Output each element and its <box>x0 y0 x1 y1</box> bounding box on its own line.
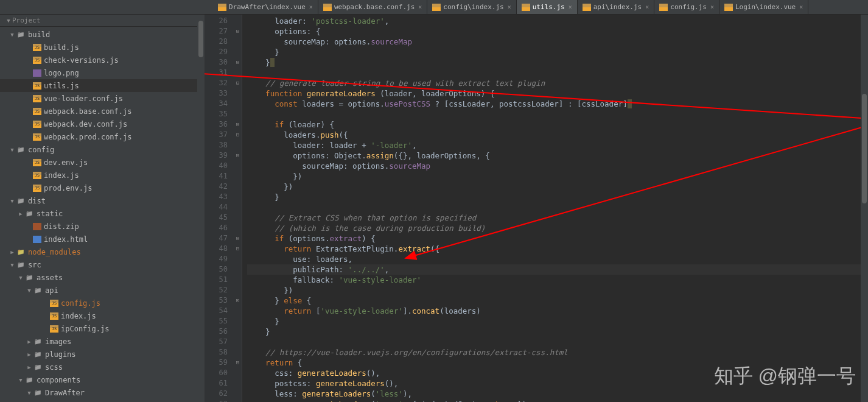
fold-marker[interactable] <box>234 275 242 285</box>
fold-marker[interactable] <box>234 37 242 47</box>
code-line[interactable]: options: Object.assign({}, loaderOptions… <box>247 150 868 161</box>
code-line[interactable]: loaders.push({ <box>247 130 868 140</box>
code-line[interactable]: // Extract CSS when that option is speci… <box>247 213 868 223</box>
code-line[interactable]: // (which is the case during production … <box>247 223 868 233</box>
code-line[interactable]: } <box>247 326 868 337</box>
tree-item-config-js[interactable]: config.js <box>0 297 204 309</box>
tree-item-webpack-base-conf-js[interactable]: webpack.base.conf.js <box>0 105 204 118</box>
fold-marker[interactable] <box>234 264 242 275</box>
code-line[interactable]: loader: 'postcss-loader', <box>247 16 868 26</box>
tree-item-index-js[interactable]: index.js <box>0 309 204 322</box>
tree-item-dist-zip[interactable]: dist.zip <box>0 220 204 233</box>
tree-item-build[interactable]: ▼build <box>0 28 204 41</box>
fold-marker[interactable]: ⊟ <box>234 26 242 37</box>
fold-marker[interactable]: ⊟ <box>234 358 242 368</box>
fold-marker[interactable] <box>234 202 242 213</box>
tab-DrawAfter-index-vue[interactable]: DrawAfter\index.vue× <box>213 0 318 14</box>
tree-item-src[interactable]: ▼src <box>0 258 204 271</box>
code-line[interactable]: }) <box>247 285 868 295</box>
fold-gutter[interactable]: ⊟⊟⊟⊟⊟⊟⊟⊟⊡⊟ <box>234 15 242 402</box>
code-line[interactable]: const loaders = options.usePostCSS ? [cs… <box>247 99 868 109</box>
editor-scrollbar[interactable] <box>861 15 868 402</box>
code-line[interactable]: } <box>247 57 868 68</box>
code-line[interactable]: } <box>247 47 868 57</box>
fold-marker[interactable] <box>234 213 242 223</box>
code-line[interactable]: }) <box>247 182 868 192</box>
tree-item-index-vue[interactable]: index.vue <box>0 399 204 402</box>
code-line[interactable]: } else { <box>247 295 868 306</box>
tree-item-utils-js[interactable]: utils.js <box>0 79 204 92</box>
code-line[interactable]: sourceMap: options.sourceMap <box>247 161 868 171</box>
tree-item-webpack-prod-conf-js[interactable]: webpack.prod.conf.js <box>0 130 204 143</box>
fold-marker[interactable]: ⊟ <box>234 119 242 130</box>
tree-item-check-versions-js[interactable]: check-versions.js <box>0 54 204 66</box>
code-line[interactable] <box>247 109 868 119</box>
fold-marker[interactable] <box>234 99 242 109</box>
tree-item-ipConfig-js[interactable]: ipConfig.js <box>0 322 204 335</box>
code-editor[interactable]: 2627282930313233343536373839404142434445… <box>205 15 868 402</box>
fold-marker[interactable] <box>234 47 242 57</box>
code-line[interactable]: options: { <box>247 26 868 37</box>
fold-marker[interactable] <box>234 16 242 26</box>
tree-item-images[interactable]: ▶images <box>0 335 204 348</box>
tab-webpack-base-conf-js[interactable]: webpack.base.conf.js× <box>318 0 427 14</box>
fold-marker[interactable] <box>234 378 242 389</box>
tree-item-index-js[interactable]: index.js <box>0 169 204 182</box>
code-line[interactable]: publicPath: '../../', <box>247 264 868 275</box>
code-line[interactable] <box>247 202 868 213</box>
fold-marker[interactable] <box>234 399 242 402</box>
tree-item-components[interactable]: ▼components <box>0 373 204 386</box>
close-icon[interactable]: × <box>710 4 714 10</box>
code-line[interactable] <box>247 337 868 347</box>
tree-item-api[interactable]: ▼api <box>0 284 204 297</box>
fold-marker[interactable] <box>234 161 242 171</box>
tab-Login-index-vue[interactable]: Login\index.vue× <box>719 0 808 14</box>
fold-marker[interactable]: ⊟ <box>234 130 242 140</box>
code-line[interactable]: if (options.extract) { <box>247 233 868 244</box>
fold-marker[interactable] <box>234 192 242 202</box>
tree-item-webpack-dev-conf-js[interactable]: webpack.dev.conf.js <box>0 118 204 130</box>
fold-marker[interactable] <box>234 316 242 326</box>
fold-marker[interactable]: ⊟ <box>234 57 242 68</box>
fold-marker[interactable] <box>234 182 242 192</box>
code-line[interactable]: if (loader) { <box>247 119 868 130</box>
code-line[interactable]: return ExtractTextPlugin.extract({ <box>247 244 868 254</box>
code-line[interactable]: loader: loader + '-loader', <box>247 140 868 150</box>
fold-marker[interactable] <box>234 171 242 182</box>
project-header[interactable]: ▼ Project <box>0 15 204 27</box>
tree-item-logo-png[interactable]: logo.png <box>0 66 204 79</box>
fold-marker[interactable] <box>234 223 242 233</box>
code-line[interactable]: fallback: 'vue-style-loader' <box>247 275 868 285</box>
close-icon[interactable]: × <box>799 4 803 10</box>
code-line[interactable] <box>247 68 868 78</box>
tree-item-DrawAfter[interactable]: ▼DrawAfter <box>0 386 204 399</box>
code-line[interactable]: } <box>247 192 868 202</box>
tree-item-vue-loader-conf-js[interactable]: vue-loader.conf.js <box>0 92 204 105</box>
tree-item-dev-env-js[interactable]: dev.env.js <box>0 156 204 169</box>
code-line[interactable]: // generate loader string to be used wit… <box>247 78 868 88</box>
sidebar-scrollbar[interactable] <box>197 15 205 402</box>
tree-item-dist[interactable]: ▼dist <box>0 194 204 207</box>
tree-item-plugins[interactable]: ▶plugins <box>0 348 204 361</box>
fold-marker[interactable]: ⊟ <box>234 233 242 244</box>
code-line[interactable]: return ['vue-style-loader'].concat(loade… <box>247 306 868 316</box>
tree-item-index-html[interactable]: index.html <box>0 233 204 245</box>
fold-marker[interactable] <box>234 306 242 316</box>
fold-marker[interactable] <box>234 347 242 358</box>
tree-item-config[interactable]: ▼config <box>0 143 204 156</box>
tree-item-assets[interactable]: ▼assets <box>0 271 204 284</box>
fold-marker[interactable] <box>234 389 242 399</box>
fold-marker[interactable] <box>234 285 242 295</box>
code-line[interactable]: } <box>247 316 868 326</box>
tree-item-build-js[interactable]: build.js <box>0 41 204 54</box>
code-line[interactable]: sass: generateLoaders('sass', { indented… <box>247 399 868 402</box>
fold-marker[interactable] <box>234 337 242 347</box>
tree-item-node_modules[interactable]: ▶node_modules <box>0 245 204 258</box>
fold-marker[interactable] <box>234 88 242 99</box>
tree-item-prod-env-js[interactable]: prod.env.js <box>0 182 204 194</box>
code-line[interactable]: }) <box>247 171 868 182</box>
code-line[interactable]: sourceMap: options.sourceMap <box>247 37 868 47</box>
close-icon[interactable]: × <box>645 4 649 10</box>
tab-config-index-js[interactable]: config\index.js× <box>427 0 516 14</box>
close-icon[interactable]: × <box>569 4 572 10</box>
